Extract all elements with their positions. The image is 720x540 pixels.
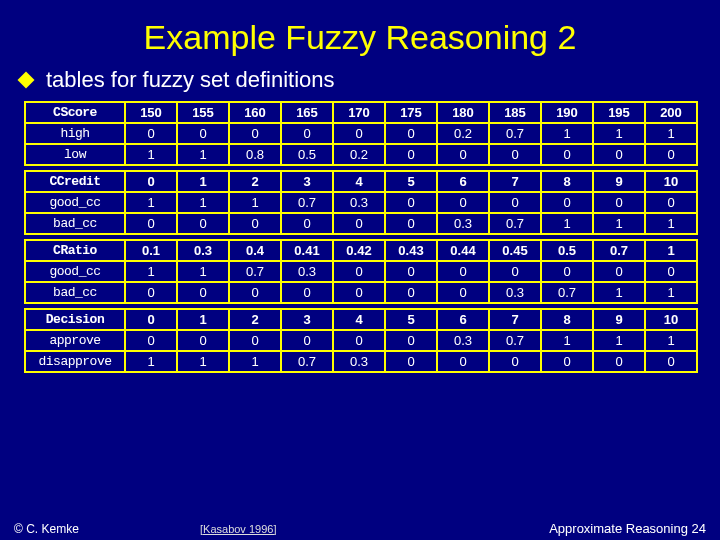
cell: 0 — [229, 213, 281, 234]
citation: [Kasabov 1996] — [200, 523, 276, 535]
cell: 0 — [541, 192, 593, 213]
fuzzy-table: CRatio0.10.30.40.410.420.430.440.450.50.… — [24, 239, 698, 304]
cell: 0 — [541, 351, 593, 372]
cell: 0 — [489, 144, 541, 165]
cell: 0 — [333, 330, 385, 351]
row-label-header: CScore — [25, 102, 125, 123]
footer: © C. Kemke [Kasabov 1996] Approximate Re… — [0, 521, 720, 536]
col-header: 10 — [645, 309, 697, 330]
cell: 0 — [333, 213, 385, 234]
copyright: © C. Kemke — [14, 522, 79, 536]
col-header: 180 — [437, 102, 489, 123]
row-label-header: Decision — [25, 309, 125, 330]
cell: 0 — [645, 351, 697, 372]
col-header: 170 — [333, 102, 385, 123]
cell: 0 — [177, 282, 229, 303]
cell: 1 — [593, 213, 645, 234]
col-header: 2 — [229, 171, 281, 192]
cell: 0.5 — [281, 144, 333, 165]
cell: 0 — [385, 282, 437, 303]
cell: 0 — [645, 192, 697, 213]
page-label: Approximate Reasoning 24 — [549, 521, 706, 536]
cell: 1 — [541, 123, 593, 144]
cell: 0 — [281, 330, 333, 351]
fuzzy-table: Decision012345678910approve0000000.30.71… — [24, 308, 698, 373]
cell: 0 — [385, 192, 437, 213]
cell: 0 — [333, 123, 385, 144]
row-label: good_cc — [25, 192, 125, 213]
cell: 0 — [281, 213, 333, 234]
slide-title: Example Fuzzy Reasoning 2 — [0, 0, 720, 57]
col-header: 0.41 — [281, 240, 333, 261]
col-header: 9 — [593, 309, 645, 330]
bullet-row: tables for fuzzy set definitions — [20, 67, 720, 93]
cell: 0.7 — [281, 192, 333, 213]
cell: 0 — [333, 282, 385, 303]
cell: 0 — [229, 330, 281, 351]
col-header: 4 — [333, 309, 385, 330]
cell: 1 — [541, 213, 593, 234]
cell: 1 — [177, 144, 229, 165]
cell: 0.2 — [437, 123, 489, 144]
cell: 0.3 — [333, 351, 385, 372]
fuzzy-table: CCredit012345678910good_cc1110.70.300000… — [24, 170, 698, 235]
cell: 0 — [645, 144, 697, 165]
row-label: good_cc — [25, 261, 125, 282]
cell: 0.2 — [333, 144, 385, 165]
col-header: 0.44 — [437, 240, 489, 261]
col-header: 160 — [229, 102, 281, 123]
col-header: 195 — [593, 102, 645, 123]
col-header: 9 — [593, 171, 645, 192]
cell: 1 — [177, 261, 229, 282]
cell: 0 — [125, 123, 177, 144]
cell: 0 — [333, 261, 385, 282]
cell: 0 — [437, 192, 489, 213]
col-header: 2 — [229, 309, 281, 330]
cell: 0 — [281, 282, 333, 303]
col-header: 3 — [281, 171, 333, 192]
cell: 0 — [385, 330, 437, 351]
cell: 0 — [177, 123, 229, 144]
bullet-text: tables for fuzzy set definitions — [46, 67, 335, 93]
col-header: 7 — [489, 309, 541, 330]
cell: 1 — [229, 192, 281, 213]
cell: 0.3 — [281, 261, 333, 282]
cell: 1 — [593, 123, 645, 144]
cell: 0.7 — [229, 261, 281, 282]
cell: 0 — [645, 261, 697, 282]
cell: 0 — [385, 351, 437, 372]
col-header: 1 — [645, 240, 697, 261]
cell: 1 — [125, 261, 177, 282]
cell: 0 — [177, 330, 229, 351]
row-label: bad_cc — [25, 213, 125, 234]
col-header: 10 — [645, 171, 697, 192]
cell: 0.7 — [489, 330, 541, 351]
fuzzy-table: CScore150155160165170175180185190195200h… — [24, 101, 698, 166]
col-header: 4 — [333, 171, 385, 192]
tables-container: CScore150155160165170175180185190195200h… — [0, 101, 720, 373]
cell: 0 — [437, 144, 489, 165]
diamond-bullet-icon — [18, 72, 35, 89]
cell: 1 — [593, 282, 645, 303]
col-header: 0.42 — [333, 240, 385, 261]
col-header: 0.43 — [385, 240, 437, 261]
cell: 1 — [177, 192, 229, 213]
cell: 0 — [437, 261, 489, 282]
col-header: 200 — [645, 102, 697, 123]
col-header: 1 — [177, 171, 229, 192]
cell: 1 — [541, 330, 593, 351]
row-label: bad_cc — [25, 282, 125, 303]
cell: 0.3 — [437, 213, 489, 234]
cell: 1 — [645, 123, 697, 144]
cell: 0.3 — [437, 330, 489, 351]
col-header: 5 — [385, 171, 437, 192]
row-label: approve — [25, 330, 125, 351]
col-header: 1 — [177, 309, 229, 330]
cell: 1 — [645, 282, 697, 303]
cell: 0 — [229, 282, 281, 303]
col-header: 0.5 — [541, 240, 593, 261]
cell: 0 — [385, 213, 437, 234]
row-label: disapprove — [25, 351, 125, 372]
cell: 0.7 — [489, 123, 541, 144]
cell: 1 — [125, 351, 177, 372]
